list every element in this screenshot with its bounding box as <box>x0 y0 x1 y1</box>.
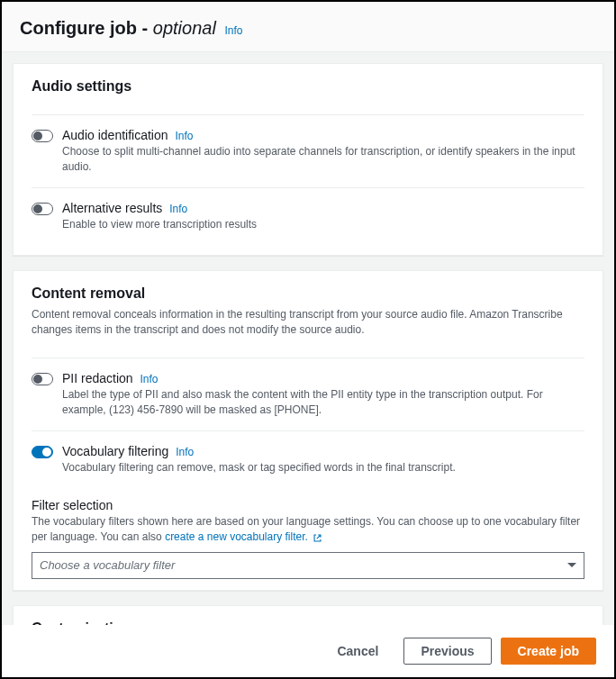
page-title-info-link[interactable]: Info <box>224 24 242 37</box>
customization-header: Customization <box>14 606 602 625</box>
vocabulary-filtering-label-text: Vocabulary filtering <box>62 444 168 458</box>
customization-panel: Customization Custom vocabulary Info A c… <box>13 605 603 625</box>
content-area: Audio settings Audio identification Info… <box>2 52 614 625</box>
create-vocabulary-filter-link[interactable]: create a new vocabulary filter. <box>165 530 322 543</box>
pii-redaction-info-link[interactable]: Info <box>140 373 159 385</box>
create-vocabulary-filter-link-text: create a new vocabulary filter. <box>165 530 308 543</box>
audio-identification-label: Audio identification Info <box>62 128 584 142</box>
chevron-down-icon <box>567 563 576 567</box>
audio-identification-desc: Choose to split multi-channel audio into… <box>62 144 584 175</box>
pii-redaction-desc: Label the type of PII and also mask the … <box>62 387 584 418</box>
page-title: Configure job - optional Info <box>20 18 242 38</box>
alternative-results-toggle[interactable] <box>32 203 53 215</box>
alternative-results-label: Alternative results Info <box>62 201 584 215</box>
alternative-results-text: Alternative results Info Enable to view … <box>62 201 584 232</box>
cancel-button[interactable]: Cancel <box>321 638 394 664</box>
pii-redaction-text: PII redaction Info Label the type of PII… <box>62 371 584 418</box>
external-link-icon <box>313 533 322 543</box>
page-container: Configure job - optional Info Audio sett… <box>2 2 614 677</box>
filter-selection-field: Filter selection The vocabulary filters … <box>32 491 584 579</box>
audio-settings-title: Audio settings <box>32 78 584 95</box>
alternative-results-info-link[interactable]: Info <box>169 203 187 215</box>
audio-identification-info-link[interactable]: Info <box>175 130 193 142</box>
create-job-button[interactable]: Create job <box>501 638 596 665</box>
previous-button[interactable]: Previous <box>403 638 491 665</box>
filter-selection-desc: The vocabulary filters shown here are ba… <box>32 514 584 545</box>
vocabulary-filter-placeholder: Choose a vocabulary filter <box>40 558 175 572</box>
audio-settings-body: Audio identification Info Choose to spli… <box>14 102 602 255</box>
title-prefix: Configure job - <box>20 18 153 38</box>
audio-identification-text: Audio identification Info Choose to spli… <box>62 128 584 175</box>
audio-settings-panel: Audio settings Audio identification Info… <box>13 63 603 256</box>
page-header: Configure job - optional Info <box>2 2 614 52</box>
content-removal-desc: Content removal conceals information in … <box>32 307 584 338</box>
vocabulary-filtering-text: Vocabulary filtering Info Vocabulary fil… <box>62 444 584 475</box>
vocabulary-filtering-setting: Vocabulary filtering Info Vocabulary fil… <box>32 430 584 488</box>
audio-settings-header: Audio settings <box>14 64 602 102</box>
pii-redaction-toggle[interactable] <box>32 373 53 385</box>
filter-selection-label: Filter selection <box>32 498 584 512</box>
vocabulary-filtering-desc: Vocabulary filtering can remove, mask or… <box>62 460 584 475</box>
vocabulary-filtering-info-link[interactable]: Info <box>176 446 194 458</box>
pii-redaction-label: PII redaction Info <box>62 371 584 385</box>
pii-redaction-setting: PII redaction Info Label the type of PII… <box>32 358 584 430</box>
content-removal-header: Content removal Content removal conceals… <box>14 271 602 345</box>
content-removal-title: Content removal <box>32 285 584 302</box>
audio-identification-setting: Audio identification Info Choose to spli… <box>32 114 584 187</box>
alternative-results-setting: Alternative results Info Enable to view … <box>32 187 584 245</box>
alternative-results-desc: Enable to view more transcription result… <box>62 217 584 232</box>
audio-identification-toggle[interactable] <box>32 130 53 142</box>
vocabulary-filtering-toggle[interactable] <box>32 446 53 458</box>
footer-actions: Cancel Previous Create job <box>2 625 614 677</box>
content-removal-body: PII redaction Info Label the type of PII… <box>14 345 602 590</box>
title-optional: optional <box>153 18 216 38</box>
vocabulary-filter-select[interactable]: Choose a vocabulary filter <box>32 552 584 579</box>
alternative-results-label-text: Alternative results <box>62 201 162 215</box>
vocabulary-filtering-label: Vocabulary filtering Info <box>62 444 584 458</box>
content-removal-panel: Content removal Content removal conceals… <box>13 270 603 591</box>
pii-redaction-label-text: PII redaction <box>62 371 133 385</box>
audio-identification-label-text: Audio identification <box>62 128 168 142</box>
